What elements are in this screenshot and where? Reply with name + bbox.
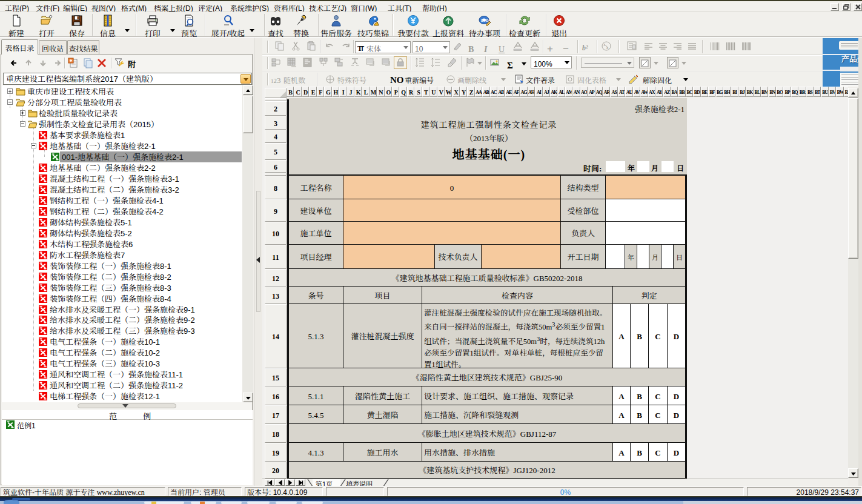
svg-text:1: 1 (603, 42, 606, 47)
svg-text:DVD: DVD (481, 18, 489, 23)
